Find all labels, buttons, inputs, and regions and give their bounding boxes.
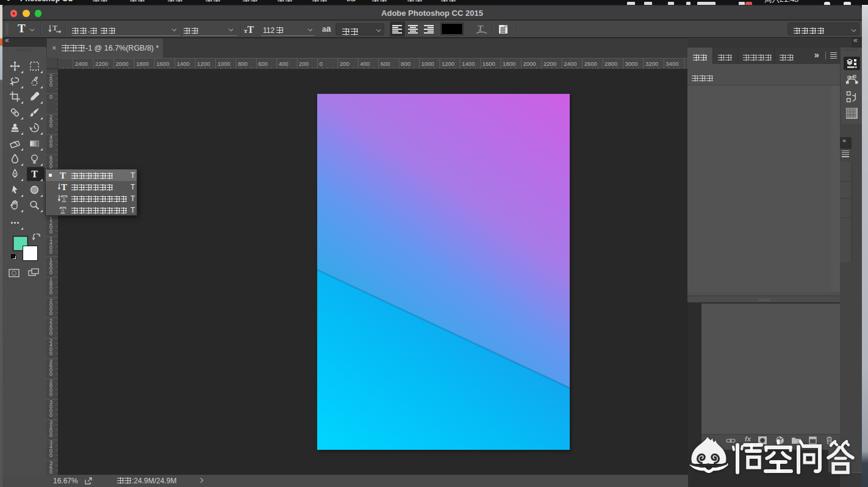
svg-text:1200: 1200 xyxy=(197,60,210,67)
svg-text:0: 0 xyxy=(49,371,52,377)
svg-text:0: 0 xyxy=(320,60,323,67)
svg-text:T: T xyxy=(61,194,67,204)
svg-text:400: 400 xyxy=(279,60,289,67)
svg-text:800: 800 xyxy=(401,60,411,67)
svg-text:0: 0 xyxy=(49,350,52,357)
svg-text:0: 0 xyxy=(49,143,52,149)
svg-text:3000: 3000 xyxy=(625,60,638,67)
svg-text:3400: 3400 xyxy=(665,60,678,67)
svg-text:1000: 1000 xyxy=(218,60,231,67)
svg-text:1400: 1400 xyxy=(177,60,190,67)
svg-text:0: 0 xyxy=(49,290,52,296)
svg-text:1800: 1800 xyxy=(503,60,515,67)
svg-text:T: T xyxy=(60,205,66,215)
svg-text:1200: 1200 xyxy=(442,60,454,67)
svg-text:1800: 1800 xyxy=(136,60,149,67)
svg-text:0: 0 xyxy=(49,432,52,438)
svg-text:2000: 2000 xyxy=(523,60,536,67)
svg-text:200: 200 xyxy=(299,60,309,67)
svg-text:200: 200 xyxy=(340,60,350,67)
svg-text:0: 0 xyxy=(49,269,52,275)
svg-text:T: T xyxy=(61,182,67,192)
svg-text:2600: 2600 xyxy=(584,60,597,67)
svg-text:2400: 2400 xyxy=(564,60,576,67)
svg-text:600: 600 xyxy=(258,60,268,67)
svg-text:T: T xyxy=(477,23,484,33)
svg-text:3200: 3200 xyxy=(645,60,658,67)
svg-text:1600: 1600 xyxy=(156,60,169,67)
svg-text:0: 0 xyxy=(49,412,52,418)
svg-text:2400: 2400 xyxy=(75,60,88,67)
svg-text:800: 800 xyxy=(238,60,248,67)
svg-text:T: T xyxy=(60,171,66,180)
svg-text:2000: 2000 xyxy=(116,60,129,67)
svg-text:1000: 1000 xyxy=(421,60,434,67)
svg-text:0: 0 xyxy=(49,123,52,129)
svg-text:0: 0 xyxy=(49,391,52,397)
svg-text:600: 600 xyxy=(381,60,390,67)
svg-text:T: T xyxy=(52,24,57,32)
svg-text:0: 0 xyxy=(49,452,52,458)
svg-text:0: 0 xyxy=(49,94,52,100)
svg-text:0: 0 xyxy=(49,229,52,235)
svg-text:0: 0 xyxy=(49,310,52,316)
svg-text:2200: 2200 xyxy=(543,60,556,67)
svg-text:2800: 2800 xyxy=(604,60,617,67)
svg-text:400: 400 xyxy=(360,60,370,67)
svg-text:2200: 2200 xyxy=(95,60,108,67)
svg-text:1400: 1400 xyxy=(462,60,475,67)
svg-text:0: 0 xyxy=(49,249,52,255)
svg-text:T: T xyxy=(31,169,38,179)
svg-text:1600: 1600 xyxy=(482,60,495,67)
svg-text:0: 0 xyxy=(49,82,52,88)
svg-text:0: 0 xyxy=(49,330,52,336)
svg-text:0: 0 xyxy=(49,469,52,475)
